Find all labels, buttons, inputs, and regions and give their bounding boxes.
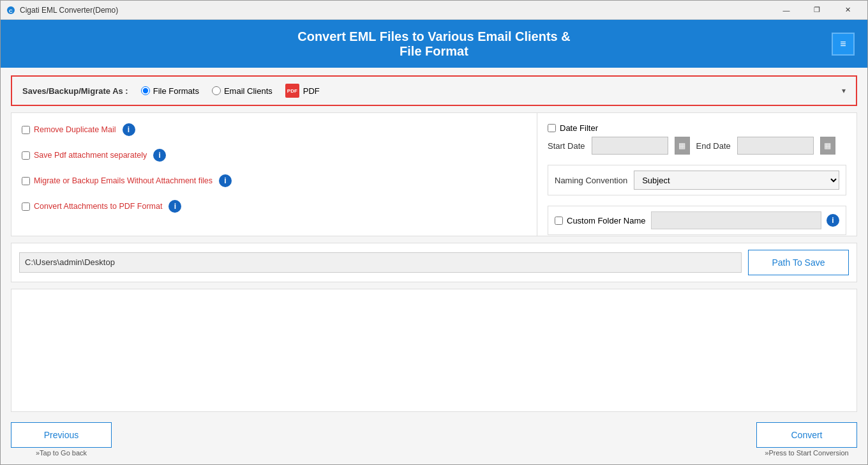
convert-attachments-checkbox[interactable] [22,202,30,211]
title-bar: C Cigati EML Converter(Demo) — ❐ ✕ [1,1,867,20]
path-input[interactable] [19,252,742,273]
naming-convention-label: Naming Convention [555,176,627,185]
path-row: Path To Save [11,243,857,282]
previous-button[interactable]: Previous [11,422,112,448]
format-dropdown[interactable]: ▾ [842,86,846,95]
close-button[interactable]: ✕ [833,1,862,20]
header-title: Convert EML Files to Various Email Clien… [294,29,574,59]
email-clients-radio[interactable] [212,86,221,95]
convert-attachments-info-icon[interactable]: i [168,200,181,213]
option-row-1: Remove Duplicate Mail i [22,123,527,136]
date-filter-row: Date Filter [548,123,846,133]
migrate-backup-info-icon[interactable]: i [219,174,232,187]
start-date-input[interactable] [592,137,668,155]
date-filter-checkbox[interactable] [548,124,556,132]
app-icon: C [6,5,16,15]
main-content: Saves/Backup/Migrate As : File Formats E… [1,68,867,465]
remove-duplicate-info-icon[interactable]: i [123,123,135,136]
maximize-button[interactable]: ❐ [802,1,832,20]
migrate-backup-checkbox[interactable] [22,177,30,185]
menu-button[interactable]: ≡ [832,33,855,56]
custom-folder-info-icon[interactable]: i [827,214,839,227]
end-date-picker-button[interactable]: ▦ [820,137,835,155]
remove-duplicate-check[interactable]: Remove Duplicate Mail [22,125,116,134]
option-row-2: Save Pdf attachment separately i [22,149,527,162]
end-date-input[interactable] [737,137,814,155]
naming-convention-select[interactable]: Subject Date From To [634,171,839,190]
start-date-label: Start Date [548,141,585,151]
file-formats-label: File Formats [153,86,199,96]
format-bar-label: Saves/Backup/Migrate As : [22,86,128,96]
convert-button[interactable]: Convert [756,422,857,448]
date-fields-row: Start Date ▦ End Date ▦ [548,137,846,155]
custom-folder-checkbox[interactable] [555,217,563,225]
format-bar: Saves/Backup/Migrate As : File Formats E… [11,75,857,106]
date-filter-check[interactable]: Date Filter [548,123,598,133]
migrate-backup-check[interactable]: Migrate or Backup Emails Without Attachm… [22,176,213,185]
right-panel: Date Filter Start Date ▦ End Date ▦ Nami… [537,113,857,236]
end-date-label: End Date [696,141,731,151]
window-title: Cigati EML Converter(Demo) [20,6,772,15]
options-area: Remove Duplicate Mail i Save Pdf attachm… [11,112,857,236]
window-controls: — ❐ ✕ [772,1,862,20]
naming-convention-row: Naming Convention Subject Date From To [548,165,846,195]
option-row-4: Convert Attachments to PDF Format i [22,200,527,213]
dropdown-arrow-icon: ▾ [842,86,846,95]
pdf-label: PDF [303,86,320,96]
pdf-icon: PDF [285,84,299,98]
save-pdf-label: Save Pdf attachment separately [34,151,147,160]
custom-folder-label: Custom Folder Name [567,216,646,225]
format-radio-group: File Formats Email Clients PDF PDF [141,84,829,98]
footer-right: Convert »Press to Start Conversion [756,422,857,457]
pdf-option: PDF PDF [285,84,320,98]
preview-area [11,289,857,413]
date-filter-section: Date Filter Start Date ▦ End Date ▦ [548,123,846,155]
file-formats-radio[interactable] [141,86,150,95]
header-bar: Convert EML Files to Various Email Clien… [1,20,867,68]
convert-hint: »Press to Start Conversion [765,449,848,457]
footer-left: Previous »Tap to Go back [11,422,112,457]
convert-attachments-check[interactable]: Convert Attachments to PDF Format [22,202,162,211]
file-formats-option[interactable]: File Formats [141,86,199,96]
save-pdf-info-icon[interactable]: i [153,149,166,162]
path-to-save-button[interactable]: Path To Save [748,250,849,275]
custom-folder-check[interactable]: Custom Folder Name [555,216,646,225]
save-pdf-checkbox[interactable] [22,151,30,160]
save-pdf-check[interactable]: Save Pdf attachment separately [22,151,147,160]
left-panel: Remove Duplicate Mail i Save Pdf attachm… [11,113,537,236]
start-date-picker-button[interactable]: ▦ [675,137,690,155]
remove-duplicate-checkbox[interactable] [22,126,30,134]
custom-folder-row: Custom Folder Name i [548,206,846,235]
email-clients-option[interactable]: Email Clients [212,86,273,96]
remove-duplicate-label: Remove Duplicate Mail [34,125,116,134]
custom-folder-input[interactable] [651,211,821,229]
convert-attachments-label: Convert Attachments to PDF Format [34,202,162,211]
option-row-3: Migrate or Backup Emails Without Attachm… [22,174,527,187]
date-filter-label: Date Filter [560,123,598,133]
previous-hint: »Tap to Go back [36,449,87,457]
minimize-button[interactable]: — [772,1,801,20]
footer: Previous »Tap to Go back Convert »Press … [11,418,857,458]
email-clients-label: Email Clients [224,86,273,96]
migrate-backup-label: Migrate or Backup Emails Without Attachm… [34,176,213,185]
svg-text:C: C [9,8,13,13]
